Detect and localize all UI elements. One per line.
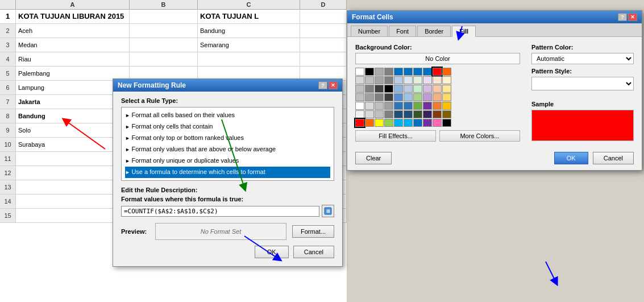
- color-cell[interactable]: [423, 68, 432, 76]
- fc-cancel-button[interactable]: Cancel: [593, 152, 634, 164]
- color-cell[interactable]: [413, 110, 422, 118]
- color-cell[interactable]: [365, 110, 374, 118]
- color-cell[interactable]: [375, 110, 384, 118]
- rule-item-6[interactable]: Use a formula to determine which cells t…: [125, 167, 330, 178]
- color-cell[interactable]: [365, 93, 374, 101]
- color-cell[interactable]: [394, 119, 403, 127]
- color-cell[interactable]: [404, 102, 413, 110]
- color-cell[interactable]: [442, 85, 451, 93]
- color-cell[interactable]: [413, 76, 422, 84]
- color-cell[interactable]: [375, 68, 384, 76]
- color-cell[interactable]: [384, 68, 393, 76]
- color-cell[interactable]: [375, 85, 384, 93]
- nfr-select-label: Select a Rule Type:: [121, 97, 334, 104]
- color-cell[interactable]: [375, 102, 384, 110]
- fc-pattern-style-select[interactable]: [531, 77, 634, 90]
- nfr-formula-input[interactable]: [121, 206, 319, 217]
- color-cell[interactable]: [355, 85, 364, 93]
- color-cell[interactable]: [423, 76, 432, 84]
- nfr-cancel-button[interactable]: Cancel: [293, 246, 334, 258]
- nfr-close-button[interactable]: ✕: [329, 81, 338, 89]
- color-cell[interactable]: [442, 93, 451, 101]
- tab-border[interactable]: Border: [417, 26, 451, 36]
- color-cell[interactable]: [365, 119, 374, 127]
- fc-close-button[interactable]: ✕: [628, 13, 637, 21]
- color-cell[interactable]: [413, 93, 422, 101]
- color-cell[interactable]: [413, 68, 422, 76]
- tab-fill[interactable]: Fill: [452, 26, 476, 37]
- color-cell[interactable]: [365, 68, 374, 76]
- nfr-ok-button[interactable]: OK: [255, 246, 289, 258]
- color-cell[interactable]: [404, 119, 413, 127]
- color-cell[interactable]: [423, 119, 432, 127]
- color-cell[interactable]: [413, 102, 422, 110]
- color-cell[interactable]: [375, 119, 384, 127]
- color-cell[interactable]: [423, 110, 432, 118]
- color-cell[interactable]: [394, 93, 403, 101]
- color-cell[interactable]: [433, 110, 442, 118]
- color-cell[interactable]: [423, 93, 432, 101]
- fc-fill-effects-button[interactable]: Fill Effects...: [355, 130, 436, 142]
- color-cell[interactable]: [355, 76, 364, 84]
- color-cell[interactable]: [442, 102, 451, 110]
- color-cell[interactable]: [433, 76, 442, 84]
- fc-pattern-color-select[interactable]: Automatic: [531, 53, 634, 64]
- color-cell[interactable]: [384, 85, 393, 93]
- color-cell[interactable]: [442, 110, 451, 118]
- nfr-preview-label: Preview:: [121, 228, 149, 235]
- fc-no-color-button[interactable]: No Color: [355, 53, 520, 64]
- color-cell[interactable]: [433, 102, 442, 110]
- color-cell[interactable]: [355, 119, 364, 127]
- tab-number[interactable]: Number: [351, 26, 388, 36]
- color-cell[interactable]: [404, 110, 413, 118]
- color-cell[interactable]: [413, 119, 422, 127]
- color-cell[interactable]: [365, 102, 374, 110]
- color-cell[interactable]: [384, 76, 393, 84]
- color-cell[interactable]: [394, 68, 403, 76]
- color-cell[interactable]: [442, 68, 451, 76]
- color-cell[interactable]: [413, 85, 422, 93]
- color-cell[interactable]: [394, 76, 403, 84]
- color-cell[interactable]: [384, 119, 393, 127]
- color-cell[interactable]: [355, 110, 364, 118]
- fc-clear-button[interactable]: Clear: [355, 152, 392, 164]
- color-cell[interactable]: [433, 119, 442, 127]
- nfr-formula-icon-button[interactable]: ⊞: [322, 205, 334, 217]
- color-cell[interactable]: [384, 102, 393, 110]
- tab-font[interactable]: Font: [389, 26, 416, 36]
- color-cell[interactable]: [355, 93, 364, 101]
- nfr-rule-list[interactable]: Format all cells based on their values F…: [121, 107, 334, 181]
- color-cell[interactable]: [384, 93, 393, 101]
- color-cell[interactable]: [394, 102, 403, 110]
- rule-item-1[interactable]: Format all cells based on their values: [125, 110, 330, 121]
- rule-item-5[interactable]: Format only unique or duplicate values: [125, 155, 330, 167]
- color-cell[interactable]: [355, 68, 364, 76]
- rule-item-4[interactable]: Format only values that are above or bel…: [125, 144, 330, 155]
- rule-item-3[interactable]: Format only top or bottom ranked values: [125, 133, 330, 144]
- color-cell[interactable]: [442, 119, 451, 127]
- fc-ok-button[interactable]: OK: [554, 152, 588, 164]
- color-cell[interactable]: [442, 76, 451, 84]
- color-cell[interactable]: [375, 93, 384, 101]
- color-cell[interactable]: [394, 110, 403, 118]
- color-cell[interactable]: [433, 68, 442, 76]
- nfr-help-button[interactable]: ?: [318, 81, 327, 89]
- color-cell[interactable]: [404, 68, 413, 76]
- color-cell[interactable]: [404, 85, 413, 93]
- rule-item-2[interactable]: Format only cells that contain: [125, 121, 330, 133]
- color-cell[interactable]: [404, 93, 413, 101]
- color-cell[interactable]: [375, 76, 384, 84]
- color-cell[interactable]: [365, 85, 374, 93]
- nfr-format-button[interactable]: Format...: [292, 225, 334, 238]
- color-cell[interactable]: [433, 85, 442, 93]
- fc-help-button[interactable]: ?: [618, 13, 627, 21]
- color-cell[interactable]: [433, 93, 442, 101]
- color-cell[interactable]: [404, 76, 413, 84]
- color-cell[interactable]: [423, 85, 432, 93]
- color-cell[interactable]: [365, 76, 374, 84]
- color-cell[interactable]: [384, 110, 393, 118]
- color-cell[interactable]: [394, 85, 403, 93]
- color-cell[interactable]: [355, 102, 364, 110]
- color-cell[interactable]: [423, 102, 432, 110]
- fc-more-colors-button[interactable]: More Colors...: [439, 130, 520, 142]
